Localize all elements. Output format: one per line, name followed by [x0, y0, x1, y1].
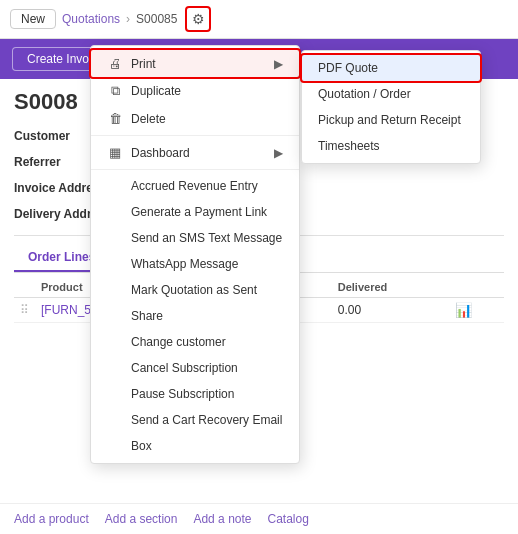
dashboard-arrow-icon: ▶ [274, 146, 283, 160]
breadcrumb-parent-link[interactable]: Quotations [62, 12, 120, 26]
menu-item-dashboard[interactable]: ▦ Dashboard ▶ [91, 139, 299, 166]
menu-sms-label: Send an SMS Text Message [131, 231, 282, 245]
menu-item-delete[interactable]: 🗑 Delete [91, 105, 299, 132]
menu-cart-recovery-label: Send a Cart Recovery Email [131, 413, 282, 427]
menu-item-payment[interactable]: Generate a Payment Link [91, 199, 299, 225]
trend-icon: 📊 [455, 302, 472, 318]
context-menu: 🖨 Print ▶ PDF Quote Quotation / Order Pi… [90, 45, 300, 464]
col-action [449, 277, 504, 298]
add-section-link[interactable]: Add a section [105, 512, 178, 526]
menu-item-mark-sent[interactable]: Mark Quotation as Sent [91, 277, 299, 303]
delivered-cell: 0.00 [332, 298, 449, 323]
menu-box-label: Box [131, 439, 152, 453]
menu-cancel-sub-label: Cancel Subscription [131, 361, 238, 375]
new-button[interactable]: New [10, 9, 56, 29]
trend-cell: 📊 [449, 298, 504, 323]
menu-item-whatsapp[interactable]: WhatsApp Message [91, 251, 299, 277]
footer-actions: Add a product Add a section Add a note C… [0, 503, 518, 534]
menu-change-customer-label: Change customer [131, 335, 226, 349]
col-drag [14, 277, 35, 298]
breadcrumb-current: S00085 [136, 12, 177, 26]
print-arrow-icon: ▶ [274, 57, 283, 71]
menu-item-change-customer[interactable]: Change customer [91, 329, 299, 355]
add-product-link[interactable]: Add a product [14, 512, 89, 526]
submenu-item-pickup-return[interactable]: Pickup and Return Receipt [302, 107, 480, 133]
menu-accrued-label: Accrued Revenue Entry [131, 179, 258, 193]
menu-item-accrued[interactable]: Accrued Revenue Entry [91, 173, 299, 199]
menu-item-box[interactable]: Box [91, 433, 299, 459]
menu-dashboard-label: Dashboard [131, 146, 190, 160]
menu-whatsapp-label: WhatsApp Message [131, 257, 238, 271]
menu-item-share[interactable]: Share [91, 303, 299, 329]
submenu-item-quotation-order[interactable]: Quotation / Order [302, 81, 480, 107]
menu-item-cancel-sub[interactable]: Cancel Subscription [91, 355, 299, 381]
catalog-link[interactable]: Catalog [268, 512, 309, 526]
menu-item-print[interactable]: 🖨 Print ▶ PDF Quote Quotation / Order Pi… [91, 50, 299, 77]
col-delivered: Delivered [332, 277, 449, 298]
menu-item-pause-sub[interactable]: Pause Subscription [91, 381, 299, 407]
menu-mark-sent-label: Mark Quotation as Sent [131, 283, 257, 297]
submenu-item-pdf-quote[interactable]: PDF Quote [302, 55, 480, 81]
menu-divider-2 [91, 169, 299, 170]
menu-print-label: Print [131, 57, 156, 71]
menu-delete-label: Delete [131, 112, 166, 126]
menu-item-duplicate[interactable]: ⧉ Duplicate [91, 77, 299, 105]
menu-divider-1 [91, 135, 299, 136]
menu-share-label: Share [131, 309, 163, 323]
submenu-item-timesheets[interactable]: Timesheets [302, 133, 480, 159]
menu-duplicate-label: Duplicate [131, 84, 181, 98]
dashboard-icon: ▦ [107, 145, 123, 160]
drag-handle[interactable]: ⠿ [14, 298, 35, 323]
breadcrumb-separator: › [126, 12, 130, 26]
add-note-link[interactable]: Add a note [193, 512, 251, 526]
menu-payment-label: Generate a Payment Link [131, 205, 267, 219]
submenu-print: PDF Quote Quotation / Order Pickup and R… [301, 50, 481, 164]
menu-item-sms[interactable]: Send an SMS Text Message [91, 225, 299, 251]
menu-item-cart-recovery[interactable]: Send a Cart Recovery Email [91, 407, 299, 433]
breadcrumb-bar: New Quotations › S00085 ⚙ [0, 0, 518, 39]
gear-button[interactable]: ⚙ [185, 6, 211, 32]
duplicate-icon: ⧉ [107, 83, 123, 99]
context-menu-overlay: 🖨 Print ▶ PDF Quote Quotation / Order Pi… [90, 45, 300, 464]
menu-pause-sub-label: Pause Subscription [131, 387, 234, 401]
print-icon: 🖨 [107, 56, 123, 71]
delete-icon: 🗑 [107, 111, 123, 126]
